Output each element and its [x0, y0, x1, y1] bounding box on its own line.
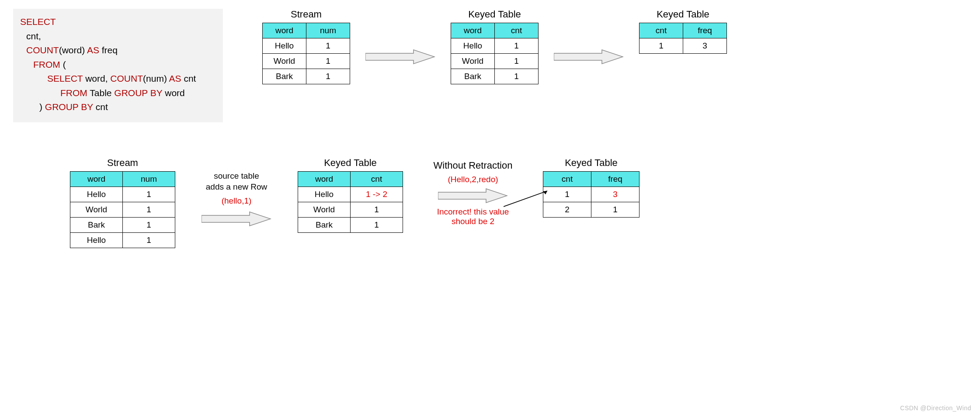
- table-title: Keyed Table: [468, 9, 521, 20]
- arrow-right-icon: [438, 187, 508, 204]
- arrow-note-red: (hello,1): [222, 196, 252, 206]
- sql-text: (num): [143, 73, 167, 83]
- sql-text: word,: [83, 73, 110, 83]
- th: num: [123, 171, 175, 187]
- td: 1: [123, 232, 175, 248]
- td: 1: [351, 217, 403, 232]
- th: word: [263, 23, 306, 38]
- td: Hello: [70, 187, 123, 202]
- td-incorrect: 3: [591, 187, 639, 202]
- sql-kw: GROUP BY: [114, 88, 162, 98]
- sql-kw: SELECT: [20, 17, 56, 27]
- td: 1: [123, 217, 175, 232]
- th: word: [451, 23, 495, 38]
- arrow: [363, 9, 438, 66]
- arrow-note-red: (Hello,2,redo): [448, 175, 498, 184]
- table-title: Keyed Table: [657, 9, 709, 20]
- table-row: World1: [298, 202, 403, 217]
- td: 1: [306, 69, 350, 84]
- table: cntfreq 13: [639, 23, 727, 54]
- sql-kw: FROM: [60, 88, 87, 98]
- table-title: Stream: [107, 157, 138, 169]
- td: Bark: [263, 69, 306, 84]
- top-keyed-table-2: Keyed Table cntfreq 13: [639, 9, 727, 54]
- bottom-stream-table: Stream wordnum Hello1 World1 Bark1 Hello…: [70, 157, 175, 248]
- th: freq: [591, 171, 639, 187]
- table-row: Bark1: [70, 217, 175, 232]
- table-title: Stream: [291, 9, 322, 20]
- table-row: 13: [543, 187, 639, 202]
- table-row: Hello1: [451, 38, 539, 54]
- top-row: SELECT cnt, COUNT(word) AS freq FROM ( S…: [13, 9, 967, 122]
- td: 1: [306, 38, 350, 54]
- table-row: 13: [639, 38, 727, 54]
- td: 1: [123, 187, 175, 202]
- td: 1: [123, 202, 175, 217]
- table: wordcnt Hello1 -> 2 World1 Bark1: [298, 171, 403, 233]
- table: cntfreq 13 21: [543, 171, 639, 218]
- sql-kw: AS: [169, 73, 181, 83]
- arrow-right-icon: [554, 48, 624, 66]
- table: wordnum Hello1 World1 Bark1 Hello1: [70, 171, 175, 248]
- td: 1: [351, 202, 403, 217]
- th: num: [306, 23, 350, 38]
- arrow-title: Without Retraction: [434, 159, 513, 172]
- table-title: Keyed Table: [324, 157, 377, 169]
- th: cnt: [495, 23, 539, 38]
- table-row: Hello1 -> 2: [298, 187, 403, 202]
- td: Bark: [298, 217, 351, 232]
- sql-text: freq: [99, 45, 118, 55]
- top-stream-table: Stream wordnum Hello1 World1 Bark1: [262, 9, 350, 84]
- td: Hello: [298, 187, 351, 202]
- arrow: [552, 9, 626, 66]
- th: cnt: [351, 171, 403, 187]
- sql-kw: COUNT: [110, 73, 143, 83]
- td: 1: [495, 69, 539, 84]
- top-keyed-table-1: Keyed Table wordcnt Hello1 World1 Bark1: [451, 9, 539, 84]
- table-row: World1: [70, 202, 175, 217]
- sql-kw: COUNT: [26, 45, 59, 55]
- sql-text: cnt,: [26, 31, 41, 41]
- th: word: [70, 171, 123, 187]
- td: World: [70, 202, 123, 217]
- arrow-note-red: should be 2: [452, 217, 494, 226]
- svg-line-1: [504, 191, 547, 207]
- td: Bark: [451, 69, 495, 84]
- td: Hello: [70, 232, 123, 248]
- arrow-right-icon: [202, 210, 271, 228]
- arrow-note: adds a new Row: [206, 181, 267, 193]
- table-row: Hello1: [263, 38, 350, 54]
- sql-text: ): [39, 102, 45, 112]
- td: Hello: [263, 38, 306, 54]
- td: 1: [306, 54, 350, 69]
- th: word: [298, 171, 351, 187]
- sql-kw: GROUP BY: [45, 102, 93, 112]
- bottom-row: Stream wordnum Hello1 World1 Bark1 Hello…: [13, 157, 967, 248]
- td: World: [263, 54, 306, 69]
- sql-text: (: [60, 59, 66, 69]
- arrow-note: source table: [214, 170, 259, 182]
- table-row: World1: [263, 54, 350, 69]
- arrow-with-note: source table adds a new Row (hello,1): [188, 157, 285, 228]
- th: cnt: [639, 23, 683, 38]
- sql-kw: FROM: [33, 59, 60, 69]
- sql-text: (word): [59, 45, 85, 55]
- td: 1: [591, 202, 639, 217]
- th: cnt: [543, 171, 591, 187]
- td: World: [298, 202, 351, 217]
- td: 1: [495, 38, 539, 54]
- table-row: Bark1: [263, 69, 350, 84]
- sql-text: cnt: [93, 102, 108, 112]
- td: Bark: [70, 217, 123, 232]
- table-row: World1: [451, 54, 539, 69]
- arrow-right-icon: [365, 48, 435, 66]
- table: wordnum Hello1 World1 Bark1: [262, 23, 350, 84]
- sql-kw: SELECT: [47, 73, 83, 83]
- sql-text: cnt: [181, 73, 196, 83]
- table-row: Bark1: [451, 69, 539, 84]
- table-row: 21: [543, 202, 639, 217]
- bottom-keyed-table-1: Keyed Table wordcnt Hello1 -> 2 World1 B…: [298, 157, 403, 233]
- sql-kw: AS: [87, 45, 99, 55]
- table-title: Keyed Table: [565, 157, 618, 169]
- th: freq: [683, 23, 727, 38]
